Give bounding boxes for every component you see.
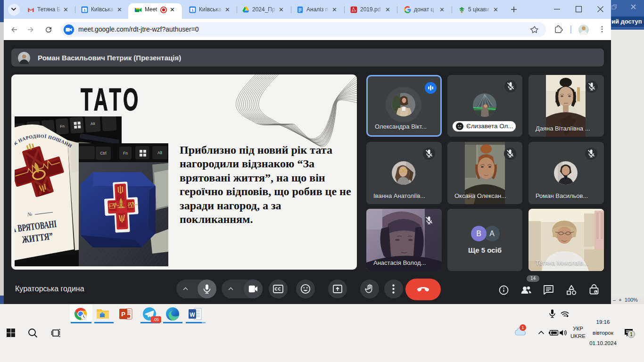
svg-text:1: 1 (191, 8, 194, 12)
svg-text:P: P (121, 311, 125, 318)
svg-text:Ctrl: Ctrl (100, 151, 106, 156)
svg-text:Alt: Alt (91, 122, 96, 126)
svg-text:№: № (26, 211, 33, 217)
svg-text:W: W (190, 312, 195, 318)
svg-text:1: 1 (83, 8, 86, 12)
svg-text:Alt: Alt (157, 150, 163, 155)
svg-text:Fn: Fn (123, 151, 128, 156)
svg-text:Fn: Fn (60, 124, 65, 129)
